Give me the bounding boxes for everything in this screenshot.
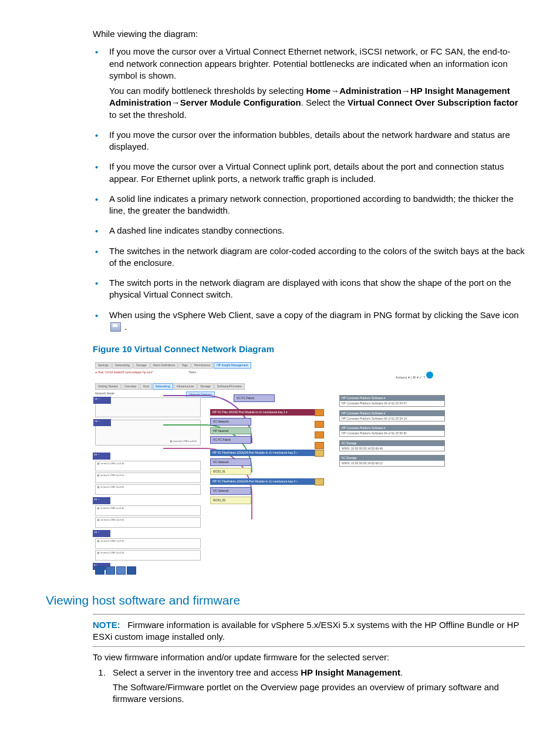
list-item: If you move the cursor over a Virtual Co… (93, 161, 525, 185)
tab[interactable]: Alarm Definitions (150, 362, 178, 369)
tab[interactable]: Storage (133, 362, 150, 369)
tab[interactable]: Tags (178, 362, 191, 369)
list-item: The switches in the network diagram are … (93, 245, 525, 269)
step-continuation: The Software/Firmware portlet on the Ove… (113, 681, 525, 706)
figure-actions: Actions ▾ | ⚙ ▾ ⤢ ? (396, 372, 433, 380)
list-item: Select a server in the inventory tree an… (108, 667, 525, 705)
refresh-icon[interactable] (95, 566, 104, 575)
figure-image: Settings Networking Storage Alarm Defini… (93, 360, 451, 577)
figure-tabs: Settings Networking Storage Alarm Defini… (95, 362, 251, 369)
list-item: If you move the cursor over a Virtual Co… (93, 46, 525, 121)
note-text: Firmware information is available for vS… (93, 620, 519, 642)
tab-active[interactable]: HP Insight Management (214, 362, 251, 369)
list-item: If you move the cursor over the informat… (93, 129, 525, 153)
save-icon (110, 322, 121, 332)
divider (93, 614, 525, 615)
steps-list: Select a server in the inventory tree an… (93, 667, 525, 705)
tab[interactable]: Permissions (191, 362, 213, 369)
intro-text: While viewing the diagram: (93, 28, 525, 40)
section-heading: Viewing host software and firmware (46, 592, 525, 609)
list-item: A solid line indicates a primary network… (93, 193, 525, 217)
tab[interactable]: Networking (112, 362, 133, 369)
fw-intro: To view firmware information and/or upda… (93, 652, 525, 663)
list-item: The switch ports in the network diagram … (93, 277, 525, 301)
divider (93, 646, 525, 647)
link-icon[interactable] (116, 566, 126, 575)
bullet-text: If you move the cursor over a Virtual Co… (109, 46, 510, 80)
tab[interactable]: Settings (95, 362, 112, 369)
bullet-sub: You can modify bottleneck thresholds by … (109, 85, 525, 121)
note-block: NOTE: Firmware information is available … (93, 619, 525, 643)
list-item: When using the vSphere Web Client, save … (93, 309, 525, 333)
save-icon[interactable] (127, 566, 136, 575)
bullet-list: If you move the cursor over a Virtual Co… (93, 46, 525, 333)
grid-icon[interactable] (106, 566, 115, 575)
hp-logo-icon (426, 372, 433, 379)
note-label: NOTE: (93, 620, 120, 630)
list-item: A dashed line indicates standby connecti… (93, 225, 525, 237)
figure-caption: Figure 10 Virtual Connect Network Diagra… (93, 343, 525, 355)
